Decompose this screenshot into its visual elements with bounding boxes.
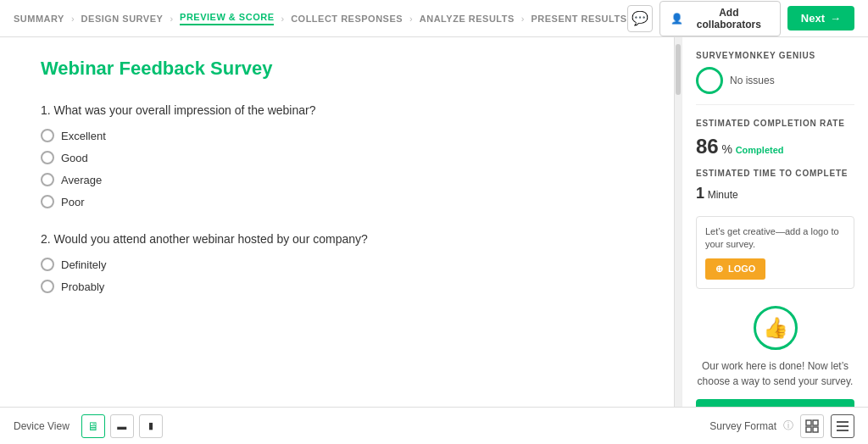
done-text: Our work here is done! Now let’s choose …: [696, 358, 854, 389]
survey-format: Survey Format ⓘ: [709, 414, 854, 438]
option-average-label: Average: [61, 174, 102, 186]
collaborators-icon: 👤: [670, 13, 683, 25]
nav-steps: SUMMARY › DESIGN SURVEY › PREVIEW & SCOR…: [14, 12, 627, 25]
nav-arrow-2: ›: [170, 14, 173, 24]
next-arrow-icon: →: [830, 12, 841, 25]
genius-row: No issues: [696, 67, 854, 105]
option-definitely[interactable]: Definitely: [41, 258, 633, 271]
radio-probably[interactable]: [41, 280, 54, 293]
question-1: 1. What was your overall impression of t…: [41, 103, 633, 208]
genius-section: SURVEYMONKEY GENIUS No issues: [696, 51, 854, 105]
nav-arrow-4: ›: [409, 14, 413, 24]
collaborators-label: Add collaborators: [688, 7, 770, 31]
nav-step-collect[interactable]: COLLECT RESPONSES: [291, 14, 403, 24]
svg-rect-2: [806, 427, 811, 432]
list-format-button[interactable]: [831, 414, 854, 438]
nav-step-summary[interactable]: SUMMARY: [14, 14, 64, 24]
thumbs-up-icon: 👍: [754, 306, 798, 350]
main-content: Webinar Feedback Survey 1. What was your…: [0, 37, 868, 407]
genius-label: SURVEYMONKEY GENIUS: [696, 51, 854, 60]
right-sidebar: SURVEYMONKEY GENIUS No issues ESTIMATED …: [682, 37, 868, 407]
question-2: 2. Would you attend another webinar host…: [41, 232, 633, 293]
option-good-label: Good: [61, 152, 88, 164]
option-probably[interactable]: Probably: [41, 280, 633, 293]
option-average[interactable]: Average: [41, 173, 633, 186]
genius-circle-icon: [696, 67, 723, 94]
top-nav: SUMMARY › DESIGN SURVEY › PREVIEW & SCOR…: [0, 0, 868, 37]
survey-preview: Webinar Feedback Survey 1. What was your…: [0, 37, 675, 407]
nav-actions: 💬 👤 Add collaborators Next →: [627, 1, 855, 36]
help-icon: ⓘ: [783, 419, 793, 433]
survey-format-label: Survey Format: [709, 420, 776, 432]
time-value: 1: [696, 185, 704, 202]
device-view-label: Device View: [14, 420, 70, 432]
logo-button[interactable]: ⊕ LOGO: [705, 258, 765, 280]
time-label: ESTIMATED TIME TO COMPLETE: [696, 169, 854, 178]
option-good[interactable]: Good: [41, 151, 633, 164]
mobile-view-button[interactable]: ▮: [139, 414, 163, 438]
logo-btn-label: LOGO: [728, 264, 755, 274]
svg-rect-3: [813, 427, 818, 432]
option-excellent-label: Excellent: [61, 130, 106, 142]
nav-arrow-5: ›: [521, 14, 525, 24]
scrollbar-thumb[interactable]: [676, 44, 681, 95]
option-poor[interactable]: Poor: [41, 195, 633, 208]
logo-box: Let’s get creative—add a logo to your su…: [696, 216, 854, 289]
nav-arrow-1: ›: [71, 14, 75, 24]
desktop-view-button[interactable]: 🖥: [81, 414, 105, 438]
question-2-text: 2. Would you attend another webinar host…: [41, 232, 633, 246]
question-2-number: 2.: [41, 232, 54, 246]
nav-step-analyze[interactable]: ANALYZE RESULTS: [420, 14, 515, 24]
nav-step-design[interactable]: DESIGN SURVEY: [81, 14, 164, 24]
nav-arrow-3: ›: [281, 14, 284, 24]
device-view: Device View 🖥 ▬ ▮: [14, 414, 163, 438]
tablet-view-button[interactable]: ▬: [110, 414, 134, 438]
logo-prompt: Let’s get creative—add a logo to your su…: [705, 225, 845, 252]
option-probably-label: Probably: [61, 280, 104, 293]
svg-rect-1: [813, 420, 818, 425]
nav-step-preview[interactable]: PREVIEW & SCORE: [180, 12, 274, 25]
radio-poor[interactable]: [41, 195, 54, 208]
completion-number: 86: [696, 135, 719, 158]
radio-average[interactable]: [41, 173, 54, 186]
option-poor-label: Poor: [61, 196, 84, 208]
time-section: ESTIMATED TIME TO COMPLETE 1 Minute: [696, 169, 854, 203]
radio-excellent[interactable]: [41, 129, 54, 142]
completion-pct: %: [719, 142, 732, 156]
genius-status: No issues: [730, 75, 775, 86]
bottom-bar: Device View 🖥 ▬ ▮ Survey Format ⓘ: [0, 407, 868, 444]
next-label: Next: [801, 12, 825, 25]
radio-good[interactable]: [41, 151, 54, 164]
add-collaborators-button[interactable]: 👤 Add collaborators: [659, 1, 781, 36]
svg-rect-5: [837, 425, 849, 427]
option-definitely-label: Definitely: [61, 258, 106, 271]
next-button[interactable]: Next →: [787, 6, 854, 31]
question-2-body: Would you attend another webinar hosted …: [54, 232, 368, 246]
collect-responses-button[interactable]: COLLECT RESPONSES: [696, 399, 854, 407]
completion-section: ESTIMATED COMPLETION RATE 86 % Completed: [696, 119, 854, 158]
question-1-body: What was your overall impression of the …: [54, 103, 316, 117]
done-box: 👍 Our work here is done! Now let’s choos…: [696, 299, 854, 407]
table-format-button[interactable]: [800, 414, 824, 438]
completion-label: ESTIMATED COMPLETION RATE: [696, 119, 854, 128]
nav-step-present[interactable]: PRESENT RESULTS: [531, 14, 626, 24]
plus-icon: ⊕: [715, 264, 723, 275]
question-1-text: 1. What was your overall impression of t…: [41, 103, 633, 117]
scrollbar-track[interactable]: [675, 37, 682, 407]
radio-definitely[interactable]: [41, 258, 54, 271]
svg-rect-4: [837, 421, 849, 423]
question-1-number: 1.: [41, 103, 54, 117]
svg-rect-0: [806, 420, 811, 425]
option-excellent[interactable]: Excellent: [41, 129, 633, 142]
survey-title: Webinar Feedback Survey: [41, 58, 633, 80]
svg-rect-6: [837, 430, 849, 431]
completed-badge: Completed: [736, 145, 784, 155]
chat-button[interactable]: 💬: [627, 5, 653, 32]
time-unit: Minute: [708, 189, 738, 201]
